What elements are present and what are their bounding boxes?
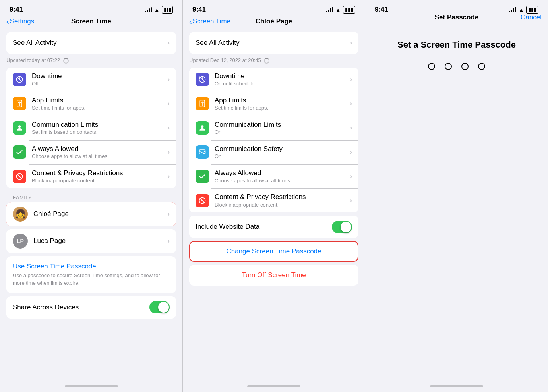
always-row-1[interactable]: Always Allowed Choose apps to allow at a…	[6, 140, 176, 164]
updated-text-2: Updated Dec 12, 2022 at 20:45	[183, 56, 365, 68]
see-all-chevron-1: ›	[168, 39, 170, 46]
family-list: Chloé Page ›	[6, 202, 176, 226]
nav-bar-2: ‹ Screen Time Chloé Page	[183, 16, 365, 29]
passcode-set-title: Set a Screen Time Passcode	[397, 40, 516, 50]
always-subtitle-2: Choose apps to allow at all times.	[215, 178, 347, 184]
always-title-2: Always Allowed	[215, 169, 347, 178]
nav-title-3: Set Passcode	[435, 14, 479, 21]
passcode-dot-3	[461, 63, 469, 70]
change-passcode-row[interactable]: Change Screen Time Passcode	[189, 241, 358, 262]
applimits-icon-1	[13, 97, 26, 110]
passcode-title: Use Screen Time Passcode	[13, 263, 170, 270]
passcode-dot-4	[478, 63, 485, 70]
commsafety-chevron: ›	[350, 149, 352, 156]
back-button-1[interactable]: ‹ Settings	[6, 17, 34, 25]
commsafety-row[interactable]: Communication Safety On ›	[189, 140, 358, 164]
back-chevron-1: ‹	[6, 17, 9, 25]
panel-chloe: 9:41 ▲ ▮▮▮ ‹ Screen Time Chloé Page See …	[182, 0, 365, 392]
svg-point-15	[201, 125, 204, 128]
content-icon-2	[196, 194, 209, 207]
always-row-2[interactable]: Always Allowed Choose apps to allow at a…	[189, 164, 358, 189]
downtime-icon-1	[13, 73, 26, 86]
passcode-desc: Use a passcode to secure Screen Time set…	[13, 272, 170, 286]
applimits-chevron-1: ›	[168, 100, 170, 107]
downtime-title-2: Downtime	[215, 72, 347, 81]
turn-off-row[interactable]: Turn Off Screen Time	[189, 265, 358, 286]
downtime-row-1[interactable]: Downtime Off ›	[6, 68, 176, 92]
see-all-group-1: See All Activity ›	[6, 32, 176, 54]
downtime-chevron-1: ›	[168, 76, 170, 83]
passcode-dots	[428, 63, 485, 70]
change-passcode-label: Change Screen Time Passcode	[196, 247, 352, 255]
signal-icon-3	[509, 7, 516, 12]
luca-name: Luca Page	[33, 237, 165, 245]
website-label: Include Website Data	[196, 223, 259, 230]
content-3: Set a Screen Time Passcode	[365, 21, 548, 382]
svg-line-19	[200, 199, 205, 203]
commlimits-title-2: Communication Limits	[215, 120, 347, 129]
commlimits-subtitle-1: Set limits based on contacts.	[32, 129, 165, 136]
see-all-title-1: See All Activity	[13, 39, 57, 46]
website-group: Include Website Data	[189, 216, 358, 238]
chloe-name: Chloé Page	[33, 210, 165, 218]
back-label-2: Screen Time	[193, 17, 230, 25]
applimits-title-2: App Limits	[215, 96, 347, 105]
back-chevron-2: ‹	[189, 17, 192, 25]
luca-row[interactable]: LP Luca Page ›	[6, 229, 176, 253]
commlimits-icon-2	[196, 121, 209, 135]
svg-line-8	[17, 174, 22, 179]
signal-icon	[145, 7, 152, 12]
downtime-title-1: Downtime	[32, 72, 165, 81]
applimits-icon-2	[196, 97, 209, 110]
panel-set-passcode: 9:41 ▲ ▮▮▮ Set Passcode Cancel Set a Scr…	[365, 0, 548, 392]
luca-chevron: ›	[168, 238, 170, 245]
cancel-button[interactable]: Cancel	[521, 14, 542, 21]
always-icon-1	[13, 145, 26, 159]
luca-initials: LP	[17, 238, 24, 244]
applimits-title-1: App Limits	[32, 96, 165, 105]
wifi-icon: ▲	[154, 7, 159, 13]
content-row-2[interactable]: Content & Privacy Restrictions Block ina…	[189, 188, 358, 212]
commlimits-title-1: Communication Limits	[32, 120, 165, 129]
website-toggle-row[interactable]: Include Website Data	[189, 216, 358, 238]
website-toggle[interactable]	[332, 221, 352, 233]
always-icon-2	[196, 170, 209, 183]
chloe-row[interactable]: Chloé Page ›	[6, 202, 176, 226]
commsafety-icon	[196, 145, 209, 159]
downtime-row-2[interactable]: Downtime On until schedule ›	[189, 68, 358, 92]
commlimits-row-1[interactable]: Communication Limits Set limits based on…	[6, 116, 176, 140]
see-all-row-1[interactable]: See All Activity ›	[6, 32, 176, 54]
share-toggle-row[interactable]: Share Across Devices	[6, 296, 176, 319]
see-all-row-2[interactable]: See All Activity ›	[189, 32, 358, 54]
content-chevron-2: ›	[350, 197, 352, 204]
passcode-dot-2	[445, 63, 452, 70]
content-row-1[interactable]: Content & Privacy Restrictions Block ina…	[6, 164, 176, 189]
commsafety-subtitle: On	[215, 153, 347, 160]
commlimits-row-2[interactable]: Communication Limits On ›	[189, 116, 358, 140]
luca-list: LP Luca Page ›	[6, 229, 176, 253]
always-chevron-2: ›	[350, 173, 352, 180]
passcode-info-row[interactable]: Use Screen Time Passcode Use a passcode …	[6, 256, 176, 293]
back-button-2[interactable]: ‹ Screen Time	[189, 17, 230, 25]
always-title-1: Always Allowed	[32, 145, 165, 153]
see-all-title-2: See All Activity	[196, 39, 240, 46]
downtime-subtitle-2: On until schedule	[215, 81, 347, 87]
applimits-subtitle-2: Set time limits for apps.	[215, 105, 347, 112]
always-subtitle-1: Choose apps to allow at all times.	[32, 153, 165, 160]
content-subtitle-1: Block inappropriate content.	[32, 178, 165, 184]
updated-text-1: Updated today at 07:22	[0, 56, 182, 68]
share-toggle[interactable]	[149, 301, 170, 313]
applimits-row-1[interactable]: App Limits Set time limits for apps. ›	[6, 92, 176, 116]
home-indicator-2	[183, 382, 365, 392]
content-chevron-1: ›	[168, 173, 170, 180]
spinner-2	[264, 58, 269, 64]
applimits-row-2[interactable]: App Limits Set time limits for apps. ›	[189, 92, 358, 116]
passcode-center: Set a Screen Time Passcode	[365, 24, 548, 92]
commsafety-title: Communication Safety	[215, 145, 347, 153]
downtime-chevron-2: ›	[350, 76, 352, 83]
status-bar-2: 9:41 ▲ ▮▮▮	[183, 0, 365, 16]
content-1: See All Activity › Updated today at 07:2…	[0, 29, 182, 382]
battery-icon: ▮▮▮	[162, 6, 173, 14]
downtime-subtitle-1: Off	[32, 81, 165, 87]
turn-off-label: Turn Off Screen Time	[196, 271, 352, 279]
